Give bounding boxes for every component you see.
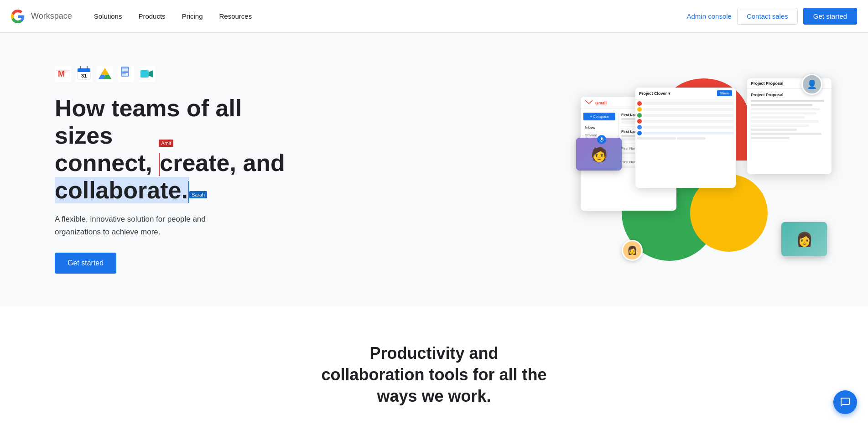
svg-text:31: 31 (81, 73, 87, 78)
nav-right: Admin console Contact sales Get started (687, 8, 857, 25)
gmail-label: Gmail (595, 101, 607, 105)
nav-left: Workspace Solutions Products Pricing Res… (11, 9, 259, 24)
svg-rect-17 (121, 67, 127, 69)
gmail-logo-small (585, 100, 593, 106)
cursor-amit (159, 153, 160, 176)
avatar-bottom-center: 👩 (622, 240, 643, 261)
calendar-icon: 31 (76, 66, 92, 82)
admin-console-button[interactable]: Admin console (687, 12, 732, 20)
share-btn: Share (717, 90, 732, 96)
sheet-row (637, 125, 734, 130)
sheet-row (637, 131, 734, 135)
sheet-row (637, 101, 734, 106)
bottom-section: Productivity and collaboration tools for… (0, 306, 868, 425)
mock-docs-window: Project Proposal Project Proposal (747, 78, 832, 174)
get-started-nav-button[interactable]: Get started (803, 8, 857, 25)
sheet-row (637, 107, 734, 112)
meet-mic-icon (597, 135, 606, 144)
avatar-video-right: 👩 (781, 222, 827, 256)
sheet-row (637, 113, 734, 118)
meet-icon (139, 66, 155, 82)
nav-pricing[interactable]: Pricing (175, 9, 210, 24)
workspace-label: Workspace (31, 11, 72, 21)
sheet-row (637, 119, 734, 124)
chat-icon (840, 397, 851, 408)
app-icons-row: M 31 (55, 66, 301, 82)
nav-links: Solutions Products Pricing Resources (87, 9, 259, 24)
docs-icon (118, 66, 134, 82)
svg-rect-5 (78, 70, 90, 72)
gmail-icon: M (55, 66, 71, 82)
inbox-label: Inbox (583, 124, 615, 131)
hero-heading: How teams of all sizes connect, Amit cre… (55, 95, 301, 204)
hero-get-started-button[interactable]: Get started (55, 253, 116, 274)
nav-products[interactable]: Products (131, 9, 172, 24)
svg-text:M: M (58, 69, 65, 78)
hero-subtitle: A flexible, innovative solution for peop… (55, 213, 246, 238)
chat-support-fab[interactable] (833, 390, 857, 414)
nav-solutions[interactable]: Solutions (87, 9, 130, 24)
hero-left: M 31 (55, 66, 301, 274)
mock-sheets-window: Project Clover ▾ Share (635, 88, 736, 188)
navbar: Workspace Solutions Products Pricing Res… (0, 0, 868, 33)
hero-illustration: Gmail Search + Compose Inbox Starred Sen… (576, 74, 832, 265)
nav-resources[interactable]: Resources (212, 9, 259, 24)
svg-rect-25 (601, 137, 603, 140)
bottom-title: Productivity and collaboration tools for… (320, 343, 548, 407)
amit-cursor-label: Amit (159, 140, 173, 147)
logo-link[interactable]: Workspace (11, 10, 72, 23)
google-g-icon (11, 10, 25, 23)
avatar-top-right: 👤 (801, 74, 822, 95)
sarah-cursor-label: Sarah (189, 191, 207, 199)
hero-highlight: collaborate. (55, 177, 189, 203)
mic-icon (599, 137, 604, 142)
sheet-footer (637, 137, 734, 140)
compose-btn: + Compose (583, 113, 615, 120)
hero-section: M 31 (0, 33, 868, 306)
project-clover-label: Project Clover ▾ (639, 91, 670, 96)
svg-rect-23 (140, 70, 149, 78)
drive-icon (97, 66, 113, 82)
contact-sales-button[interactable]: Contact sales (737, 8, 798, 25)
